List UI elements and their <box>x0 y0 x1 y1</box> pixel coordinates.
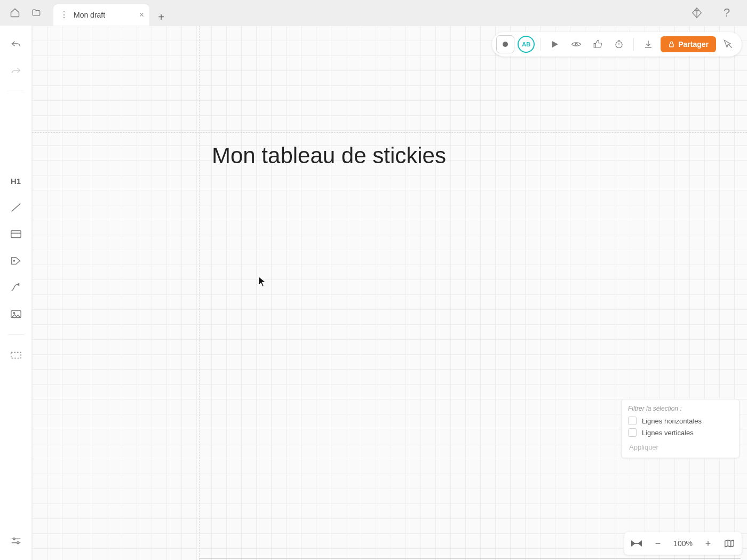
record-button[interactable] <box>496 35 514 53</box>
svg-point-10 <box>575 43 577 45</box>
fit-width-icon <box>631 539 642 548</box>
fit-width-button[interactable] <box>629 535 645 551</box>
settings-tool[interactable] <box>5 530 27 551</box>
line-icon <box>10 202 22 213</box>
heading-tool[interactable]: H1 <box>5 170 27 191</box>
zoom-out-button[interactable]: − <box>650 535 666 551</box>
canvas-title[interactable]: Mon tableau de stickies <box>212 143 446 169</box>
zoom-in-button[interactable]: + <box>700 535 716 551</box>
guide-horizontal <box>32 132 747 133</box>
h1-label: H1 <box>11 177 21 186</box>
add-tab-button[interactable]: + <box>153 9 170 26</box>
lock-icon <box>668 41 675 48</box>
filter-apply-button[interactable]: Appliquer <box>628 441 733 453</box>
comment-mode-button[interactable] <box>719 35 737 53</box>
svg-point-7 <box>13 538 15 540</box>
svg-rect-12 <box>670 44 674 46</box>
tag-icon <box>10 255 22 266</box>
filter-option-label: Lignes horizontales <box>642 417 702 425</box>
toolbar-separator <box>8 91 24 91</box>
timer-icon <box>614 39 624 49</box>
sliders-icon <box>10 536 22 546</box>
visibility-button[interactable] <box>567 35 585 53</box>
canvas-area[interactable]: H1 AB <box>0 26 747 560</box>
connector-tool[interactable] <box>5 277 27 298</box>
svg-rect-5 <box>11 353 20 358</box>
help-button[interactable]: ? <box>716 2 737 23</box>
eye-icon <box>571 41 582 48</box>
undo-button[interactable] <box>5 33 27 54</box>
question-icon: ? <box>724 6 730 20</box>
connector-icon <box>10 282 22 293</box>
folder-icon <box>31 8 42 18</box>
top-right-controls: AB Partager <box>492 32 742 57</box>
minimap-button[interactable] <box>721 535 737 551</box>
home-button[interactable] <box>4 2 26 23</box>
cursor-pen-icon <box>723 39 734 50</box>
tag-tool[interactable] <box>5 250 27 271</box>
redo-icon <box>11 67 21 74</box>
bottom-hairline <box>199 558 741 559</box>
line-tool[interactable] <box>5 197 27 218</box>
download-icon <box>643 39 653 49</box>
toolbar-separator <box>8 334 24 335</box>
separator <box>540 38 541 51</box>
image-tool[interactable] <box>5 303 27 325</box>
guide-vertical <box>199 26 200 560</box>
app-header: ⋮ Mon draft × + ? <box>0 0 747 26</box>
checkbox-icon[interactable] <box>628 428 637 437</box>
reactions-button[interactable] <box>589 35 607 53</box>
play-icon <box>551 40 559 49</box>
filter-option-horizontal[interactable]: Lignes horizontales <box>628 417 733 425</box>
premium-button[interactable] <box>686 2 708 23</box>
diamond-icon <box>691 7 703 19</box>
tab-close-icon[interactable]: × <box>139 10 144 20</box>
filter-panel: Filtrer la sélection : Lignes horizontal… <box>621 399 740 458</box>
tab-bar: ⋮ Mon draft × + <box>53 0 170 26</box>
left-toolbar: H1 <box>0 26 32 560</box>
map-icon <box>724 539 735 548</box>
timer-button[interactable] <box>610 35 628 53</box>
user-avatar[interactable]: AB <box>518 36 535 53</box>
minus-icon: − <box>655 538 661 549</box>
zoom-controls: − 100% + <box>624 532 742 555</box>
zoom-level[interactable]: 100% <box>671 539 695 548</box>
svg-point-9 <box>17 542 19 544</box>
filter-option-vertical[interactable]: Lignes verticales <box>628 428 733 437</box>
section-icon <box>10 229 22 239</box>
tab-menu-icon[interactable]: ⋮ <box>60 11 68 19</box>
separator <box>633 38 634 51</box>
svg-point-2 <box>13 260 14 261</box>
filter-option-label: Lignes verticales <box>642 429 694 437</box>
svg-point-4 <box>13 313 14 314</box>
undo-icon <box>11 40 21 47</box>
canvas-grid <box>0 26 747 560</box>
plus-icon: + <box>158 11 164 23</box>
select-rect-tool[interactable] <box>5 345 27 366</box>
section-tool[interactable] <box>5 223 27 245</box>
checkbox-icon[interactable] <box>628 417 637 425</box>
share-button[interactable]: Partager <box>661 36 716 52</box>
home-icon <box>10 7 20 18</box>
tab-title: Mon draft <box>74 11 105 19</box>
record-icon <box>496 35 514 53</box>
present-button[interactable] <box>546 35 564 53</box>
dashed-rect-icon <box>10 351 22 359</box>
thumbs-up-icon <box>593 39 602 49</box>
filter-title: Filtrer la sélection : <box>628 405 733 412</box>
svg-rect-0 <box>11 231 20 238</box>
redo-button[interactable] <box>5 60 27 81</box>
share-label: Partager <box>678 40 709 49</box>
download-button[interactable] <box>639 35 657 53</box>
image-icon <box>10 309 22 319</box>
document-tab[interactable]: ⋮ Mon draft × <box>53 4 149 26</box>
folder-button[interactable] <box>26 2 47 23</box>
avatar-initials: AB <box>522 41 530 47</box>
plus-icon: + <box>705 538 711 549</box>
